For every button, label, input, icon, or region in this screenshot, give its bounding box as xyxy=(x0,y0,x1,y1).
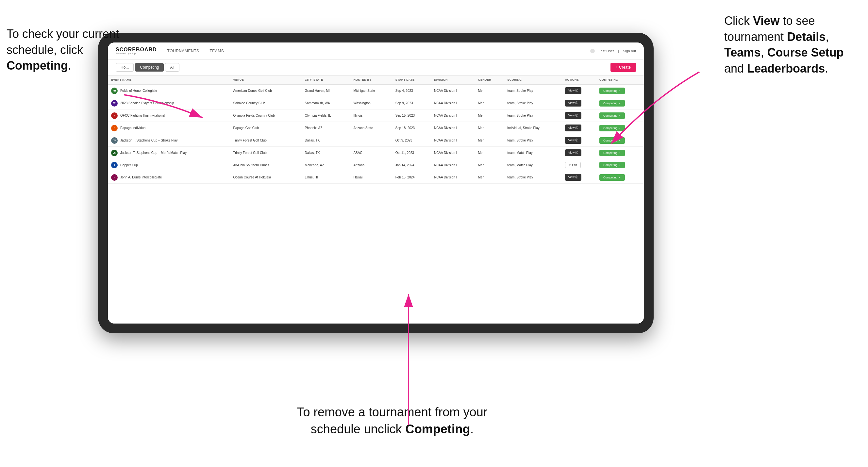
actions-cell: ✏ Edit xyxy=(562,159,596,171)
scoring-cell: team, Match Play xyxy=(504,147,561,159)
start-cell: Oct 11, 2023 xyxy=(392,147,431,159)
table-row: JS Jackson T. Stephens Cup – Men's Match… xyxy=(108,147,644,159)
venue-cell: Papago Golf Club xyxy=(230,122,301,134)
start-cell: Sep 4, 2023 xyxy=(392,84,431,97)
scoring-cell: individual, Stroke Play xyxy=(504,122,561,134)
view-button[interactable]: View ⓘ xyxy=(565,112,582,119)
event-name-cell: I OFCC Fighting Illini Invitational xyxy=(108,110,230,122)
city-cell: Olympia Fields, IL xyxy=(302,110,350,122)
city-cell: Maricopa, AZ xyxy=(302,159,350,171)
team-logo: P xyxy=(111,125,118,131)
start-cell: Feb 15, 2024 xyxy=(392,171,431,184)
gender-cell: Men xyxy=(475,134,504,147)
event-name: John A. Burns Intercollegiate xyxy=(120,176,162,179)
division-cell: NCAA Division I xyxy=(431,110,475,122)
event-name: Jackson T. Stephens Cup – Men's Match Pl… xyxy=(120,151,187,155)
city-cell: Dallas, TX xyxy=(302,147,350,159)
start-cell: Sep 9, 2023 xyxy=(392,97,431,110)
gender-cell: Men xyxy=(475,122,504,134)
tab-all[interactable]: All xyxy=(165,63,179,71)
city-cell: Grand Haven, MI xyxy=(302,84,350,97)
table-row: W 2023 Sahalee Players Championship Saha… xyxy=(108,97,644,110)
view-button[interactable]: View ⓘ xyxy=(565,149,582,156)
nav-user: Test User xyxy=(599,49,614,53)
view-button[interactable]: View ⓘ xyxy=(565,174,582,181)
division-cell: NCAA Division I xyxy=(431,147,475,159)
annotation-top-right: Click View to see tournament Details, Te… xyxy=(724,13,862,76)
event-name-cell: P Papago Individual xyxy=(108,122,230,134)
toolbar: Ho... Competing All + Create xyxy=(108,60,644,75)
competing-button[interactable]: Competing ✓ xyxy=(599,125,625,131)
competing-cell: Competing ✓ xyxy=(596,97,644,110)
view-button[interactable]: View ⓘ xyxy=(565,125,582,131)
actions-cell: View ⓘ xyxy=(562,97,596,110)
col-competing: COMPETING xyxy=(596,75,644,84)
event-name: Jackson T. Stephens Cup – Stroke Play xyxy=(120,138,178,142)
col-start: START DATE xyxy=(392,75,431,84)
gender-cell: Men xyxy=(475,171,504,184)
gender-cell: Men xyxy=(475,97,504,110)
view-button[interactable]: View ⓘ xyxy=(565,137,582,144)
event-name-cell: H John A. Burns Intercollegiate xyxy=(108,171,230,184)
team-logo: I xyxy=(111,113,118,119)
col-venue: VENUE xyxy=(230,75,301,84)
venue-cell: Sahalee Country Club xyxy=(230,97,301,110)
competing-button[interactable]: Competing ✓ xyxy=(599,150,625,156)
col-gender: GENDER xyxy=(475,75,504,84)
edit-button[interactable]: ✏ Edit xyxy=(565,162,581,168)
competing-button[interactable]: Competing ✓ xyxy=(599,113,625,119)
nav-tournaments[interactable]: TOURNAMENTS xyxy=(167,48,199,55)
event-name-cell: A Copper Cup xyxy=(108,159,230,171)
tournaments-table: EVENT NAME VENUE CITY, STATE HOSTED BY S… xyxy=(108,75,644,184)
table-container: EVENT NAME VENUE CITY, STATE HOSTED BY S… xyxy=(108,75,644,323)
venue-cell: Ak-Chin Southern Dunes xyxy=(230,159,301,171)
venue-cell: Ocean Course At Hokuala xyxy=(230,171,301,184)
start-cell: Oct 9, 2023 xyxy=(392,134,431,147)
division-cell: NCAA Division I xyxy=(431,134,475,147)
view-button[interactable]: View ⓘ xyxy=(565,100,582,106)
event-name: Copper Cup xyxy=(120,163,138,167)
competing-button[interactable]: Competing ✓ xyxy=(599,174,625,181)
city-cell: Phoenix, AZ xyxy=(302,122,350,134)
hosted-cell: Illinois xyxy=(350,110,392,122)
event-name-cell: FH Folds of Honor Collegiate xyxy=(108,84,230,97)
venue-cell: Olympia Fields Country Club xyxy=(230,110,301,122)
competing-button[interactable]: Competing ✓ xyxy=(599,100,625,106)
nav-separator: | xyxy=(618,49,619,53)
col-event-name: EVENT NAME xyxy=(108,75,230,84)
scoring-cell: team, Match Play xyxy=(504,159,561,171)
competing-cell: Competing ✓ xyxy=(596,110,644,122)
actions-cell: View ⓘ xyxy=(562,171,596,184)
actions-cell: View ⓘ xyxy=(562,134,596,147)
event-name: OFCC Fighting Illini Invitational xyxy=(120,114,165,117)
gender-cell: Men xyxy=(475,110,504,122)
nav-signout[interactable]: Sign out xyxy=(623,49,636,53)
competing-button[interactable]: Competing ✓ xyxy=(599,162,625,168)
tab-competing[interactable]: Competing xyxy=(135,63,164,71)
view-button[interactable]: View ⓘ xyxy=(565,87,582,94)
team-logo: JS xyxy=(111,137,118,144)
scoring-cell: team, Stroke Play xyxy=(504,171,561,184)
division-cell: NCAA Division I xyxy=(431,171,475,184)
nav-teams[interactable]: TEAMS xyxy=(210,48,224,55)
actions-cell: View ⓘ xyxy=(562,147,596,159)
event-name-cell: JS Jackson T. Stephens Cup – Stroke Play xyxy=(108,134,230,147)
venue-cell: Trinity Forest Golf Club xyxy=(230,134,301,147)
competing-cell: Competing ✓ xyxy=(596,134,644,147)
start-cell: Sep 15, 2023 xyxy=(392,110,431,122)
user-icon xyxy=(590,49,595,53)
annotation-top-left: To check your current schedule, click Co… xyxy=(6,26,131,74)
division-cell: NCAA Division I xyxy=(431,159,475,171)
competing-button[interactable]: Competing ✓ xyxy=(599,137,625,144)
event-name: 2023 Sahalee Players Championship xyxy=(120,101,174,105)
col-division: DIVISION xyxy=(431,75,475,84)
competing-cell: Competing ✓ xyxy=(596,122,644,134)
competing-button[interactable]: Competing ✓ xyxy=(599,88,625,94)
col-city: CITY, STATE xyxy=(302,75,350,84)
team-logo: W xyxy=(111,100,118,106)
create-button[interactable]: + Create xyxy=(611,63,636,72)
event-name: Papago Individual xyxy=(120,126,147,130)
competing-cell: Competing ✓ xyxy=(596,159,644,171)
hosted-cell: Arizona xyxy=(350,159,392,171)
venue-cell: American Dunes Golf Club xyxy=(230,84,301,97)
